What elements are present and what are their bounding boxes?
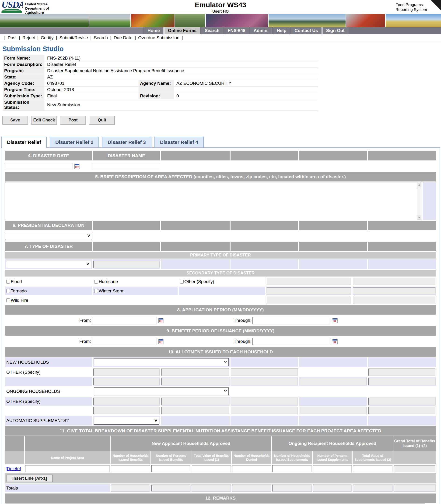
secondary-type-row-3: Wild Fire xyxy=(5,296,436,304)
save-button[interactable]: Save xyxy=(2,116,28,124)
nav-contact-us[interactable]: Contact Us xyxy=(291,27,322,34)
scroll-up-icon[interactable]: ∧ xyxy=(417,183,421,187)
households-issued-benefits-input[interactable] xyxy=(111,465,150,472)
persons-issued-benefits-input[interactable] xyxy=(151,465,190,472)
totals-households-issued-benefits xyxy=(111,485,150,492)
section5-row: ∧ ∨ xyxy=(5,182,436,220)
primary-other-cell xyxy=(93,259,160,269)
new-other-input-2 xyxy=(161,369,229,376)
flood-option: Flood xyxy=(5,277,92,286)
other-input-cell xyxy=(161,406,230,415)
nav-online-forms[interactable]: Online Forms xyxy=(164,27,200,34)
ongoing-other-input-2 xyxy=(161,398,229,405)
tornado-checkbox[interactable] xyxy=(6,289,10,293)
insert-line-button[interactable]: Insert Line [Alt-1] xyxy=(7,475,53,482)
hurricane-label: Hurricane xyxy=(99,279,118,284)
subnav-post[interactable]: Post xyxy=(8,35,16,40)
nav-help[interactable]: Help xyxy=(273,27,290,34)
section9-header: 9. BENEFIT PERIOD OF ISSUANCE (MM/DD/YYY… xyxy=(5,326,436,336)
quit-button[interactable]: Quit xyxy=(89,116,115,124)
application-through-input[interactable] xyxy=(252,317,331,324)
submission-details: Form Name: FNS-292B (4-11) Form Descript… xyxy=(3,55,318,111)
households-denied-input[interactable] xyxy=(232,465,271,472)
tab-disaster-relief-2[interactable]: Disaster Relief 2 xyxy=(50,137,99,147)
subnav-search[interactable]: Search xyxy=(94,35,108,40)
nav-admin[interactable]: Admin. xyxy=(250,27,272,34)
benefit-through-input[interactable] xyxy=(252,338,331,345)
new-households-select[interactable]: ∨ xyxy=(94,358,229,366)
ongoing-other-input-6 xyxy=(161,407,229,414)
totals-grand-total xyxy=(394,485,435,492)
user-label: User: HQ xyxy=(195,9,246,14)
application-from-input[interactable] xyxy=(92,317,157,324)
winter-storm-checkbox[interactable] xyxy=(94,289,98,293)
usda-logo-text: USDA xyxy=(1,1,23,9)
total-value-benefits-input[interactable] xyxy=(192,465,231,472)
ongoing-other-input-1 xyxy=(93,398,160,405)
calendar-icon[interactable] xyxy=(74,164,80,169)
calendar-icon[interactable] xyxy=(158,339,164,344)
system-name-line-2: Reporting System xyxy=(395,7,427,12)
wild-fire-checkbox[interactable] xyxy=(6,299,10,302)
nav-search[interactable]: Search xyxy=(201,27,223,34)
post-button[interactable]: Post xyxy=(60,116,86,124)
subnav-certify[interactable]: Certify xyxy=(41,35,54,40)
subnav-reject[interactable]: Reject xyxy=(22,35,35,40)
subnav-due-date[interactable]: Due Date xyxy=(114,35,132,40)
nav-home[interactable]: Home xyxy=(144,27,164,34)
subnav-overdue-submission[interactable]: Overdue Submission xyxy=(138,35,179,40)
other-input-cell xyxy=(299,377,367,386)
other-specify-checkbox[interactable] xyxy=(180,280,184,284)
detail-row-program-time: Program Time: October 2018 xyxy=(3,87,318,93)
ongoing-households-select[interactable]: ∨ xyxy=(94,387,229,395)
flood-checkbox[interactable] xyxy=(6,280,10,284)
app-title: Emulator WS43 xyxy=(195,1,246,9)
subnav-separator: | xyxy=(19,35,20,40)
hurricane-checkbox[interactable] xyxy=(94,280,98,284)
detail-row-agency: Agency Code: 0493701 Agency Name: AZ ECO… xyxy=(3,80,318,87)
delete-row-link[interactable]: [Delete] xyxy=(6,466,21,471)
chevron-down-icon: ∨ xyxy=(87,233,91,238)
submission-type-value: Final xyxy=(44,93,139,99)
scroll-down-icon[interactable]: ∨ xyxy=(417,215,421,219)
disaster-name-input[interactable] xyxy=(92,163,159,170)
submission-status-value: New Submission xyxy=(44,99,318,110)
area-affected-textarea[interactable]: ∧ ∨ xyxy=(5,182,422,220)
empty-header-cell xyxy=(368,242,436,251)
primary-type-select[interactable]: ∨ xyxy=(6,260,91,268)
tornado-option: Tornado xyxy=(5,286,92,295)
benefit-from-input[interactable] xyxy=(92,338,157,345)
edit-check-button[interactable]: Edit Check xyxy=(31,116,57,124)
subnav-separator: | xyxy=(135,35,136,40)
program-time-value: October 2018 xyxy=(44,87,139,93)
nav-sign-out[interactable]: Sign Out xyxy=(322,27,348,34)
other-specify-row-4 xyxy=(5,406,436,415)
calendar-icon[interactable] xyxy=(158,318,164,323)
tab-disaster-relief[interactable]: Disaster Relief xyxy=(1,137,47,147)
secondary-other-input-1 xyxy=(267,278,351,285)
subnav-submit-revise[interactable]: Submit/Revise xyxy=(60,35,88,40)
tab-disaster-relief-3[interactable]: Disaster Relief 3 xyxy=(102,137,151,147)
project-area-name-input[interactable] xyxy=(25,465,110,472)
tab-disaster-relief-4[interactable]: Disaster Relief 4 xyxy=(155,137,204,147)
total-value-supplements-input[interactable] xyxy=(353,465,393,472)
automatic-supplements-label: AUTOMATIC SUPPLEMENTS? xyxy=(5,416,92,425)
automatic-supplements-select[interactable]: ∨ xyxy=(94,417,159,425)
secondary-other-input-cell xyxy=(266,277,351,286)
calendar-icon[interactable] xyxy=(332,318,337,323)
benefit-through-label: Through: xyxy=(234,339,252,344)
calendar-icon[interactable] xyxy=(332,339,337,344)
form-description-value: Disaster Relief xyxy=(44,61,318,67)
nav-fns-648[interactable]: FNS-648 xyxy=(224,27,249,34)
secondary-type-row-2: Tornado Winter Storm xyxy=(5,286,436,295)
department-text: United States Department of Agriculture xyxy=(25,2,49,15)
households-issued-supplements-input[interactable] xyxy=(272,465,312,472)
presidential-declaration-select[interactable]: ∨ xyxy=(5,232,92,240)
disaster-date-input[interactable] xyxy=(5,163,73,170)
empty-header-cell xyxy=(231,221,298,230)
col-households-denied: Number of Households Denied xyxy=(232,451,271,464)
lavender-cell xyxy=(368,357,436,367)
primary-type-cell: ∨ xyxy=(5,259,92,269)
other-specify-option: Other (Specify) xyxy=(179,277,265,286)
persons-issued-supplements-input[interactable] xyxy=(313,465,352,472)
